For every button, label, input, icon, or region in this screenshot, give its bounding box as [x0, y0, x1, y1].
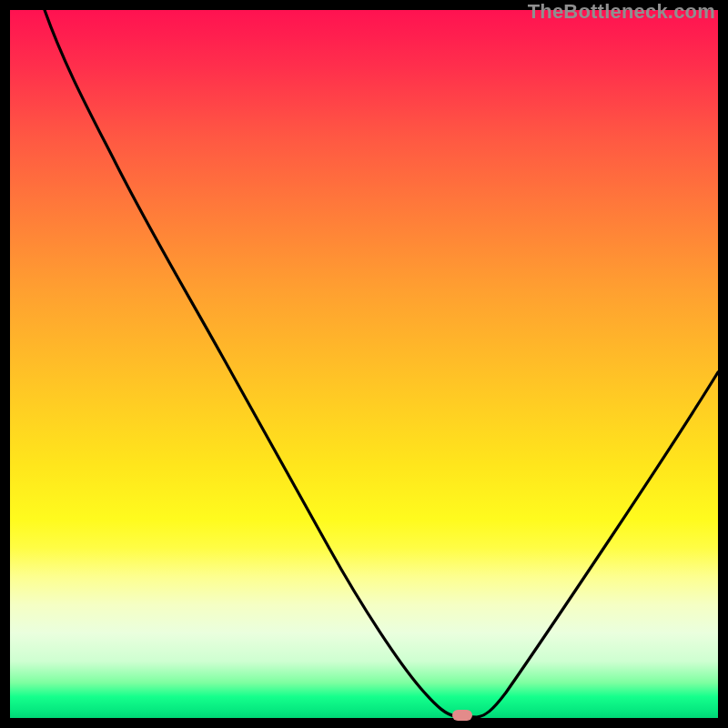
optimal-marker	[452, 710, 472, 721]
bottleneck-curve-path	[45, 10, 718, 717]
chart-stage: TheBottleneck.com	[0, 0, 728, 728]
bottleneck-curve-svg	[10, 10, 718, 718]
watermark-text: TheBottleneck.com	[528, 0, 715, 24]
